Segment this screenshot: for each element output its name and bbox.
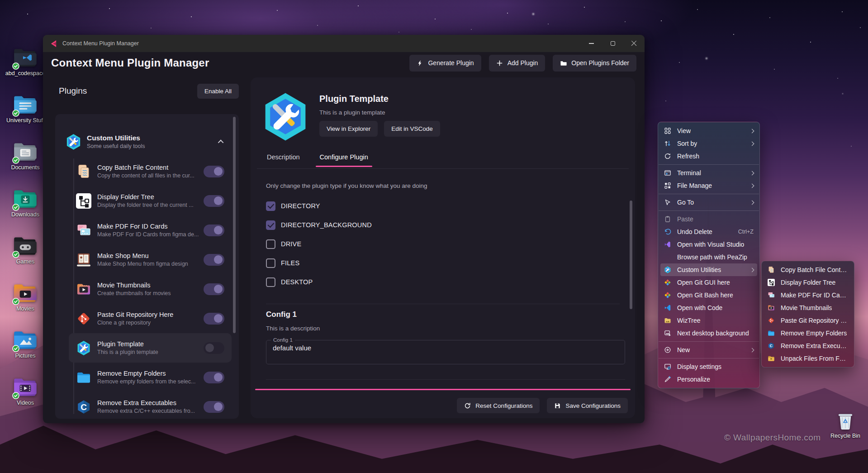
menu-item-open-with-visual-studio[interactable]: Open with Visual Studio (660, 238, 757, 251)
desktop-icon-games[interactable]: Games (3, 235, 48, 282)
menu-item-file-manage[interactable]: File Manage (660, 179, 757, 192)
menu-item-next-desktop-background[interactable]: Next desktop background (660, 327, 757, 339)
plugin-row-text: Display Folder TreeDisplay the folder tr… (97, 193, 194, 208)
menu-item-unpack-files-from-folder[interactable]: Unpack Files From Folder (764, 352, 852, 365)
open-plugins-folder-button[interactable]: Open Plugins Folder (553, 55, 636, 72)
configure-hint: Only change the plugin type if you know … (266, 182, 427, 189)
chevron-right-icon (750, 268, 754, 272)
save-configurations-button[interactable]: Save Configurations (547, 398, 628, 413)
menu-item-display-folder-tree[interactable]: Display Folder Tree (764, 276, 852, 289)
menu-item-browse-path-with-peazip[interactable]: Browse path with PeaZip (660, 251, 757, 263)
menu-item-copy-batch-file-content[interactable]: Copy Batch File Content (764, 263, 852, 276)
plugin-row-copy-batch-file-content[interactable]: Copy Batch File ContentCopy the content … (69, 157, 232, 186)
plugin-row-plugin-template[interactable]: Plugin TemplateThis is a plugin template (69, 333, 232, 363)
desktop-icon-abd-codespace[interactable]: abd_codespace (3, 47, 48, 94)
menu-item-wiztree[interactable]: WizTree (660, 314, 757, 327)
movie-thumbnails-icon (768, 304, 775, 311)
menu-item-open-git-gui-here[interactable]: Open Git GUI here (660, 276, 757, 289)
checked-checkbox[interactable] (266, 220, 275, 230)
menu-item-label: Go To (677, 199, 694, 206)
generate-plugin-button[interactable]: Generate Plugin (409, 55, 481, 72)
folder-games-icon (13, 235, 38, 257)
detail-scrollbar[interactable] (630, 201, 632, 309)
recycle-bin[interactable]: Recycle Bin (830, 411, 860, 439)
plugin-name: Plugin Template (97, 340, 158, 348)
edit-in-vscode-button[interactable]: Edit in VSCode (384, 121, 440, 137)
menu-item-view[interactable]: View (660, 124, 757, 137)
checkbox-row-directory[interactable]: DIRECTORY (266, 200, 372, 212)
menu-item-remove-extra-executables[interactable]: CRemove Extra Executables (764, 339, 852, 352)
synced-check-icon (12, 251, 19, 258)
menu-item-open-git-bash-here[interactable]: Open Git Bash here (660, 289, 757, 301)
menu-item-go-to[interactable]: Go To (660, 196, 757, 209)
plugin-row-text: Copy Batch File ContentCopy the content … (97, 164, 194, 179)
plugin-toggle-remove-empty-folders[interactable] (204, 372, 224, 383)
title-bar[interactable]: Context Menu Plugin Manager (43, 35, 645, 52)
unchecked-checkbox[interactable] (266, 258, 275, 268)
plugin-toggle-movie-thumbnails[interactable] (204, 283, 224, 295)
menu-item-sort-by[interactable]: Sort by (660, 137, 757, 150)
plugin-row-paste-git-repository-here[interactable]: Paste Git Repository HereClone a git rep… (69, 304, 232, 333)
menu-item-movie-thumbnails[interactable]: Movie Thumbnails (764, 301, 852, 314)
plugin-row-make-shop-menu[interactable]: Make Shop MenuMake Shop Menu from figma … (69, 245, 232, 274)
detail-subtitle: This is a plugin template (319, 109, 385, 116)
desktop-icon-documents[interactable]: Documents (3, 141, 48, 188)
plugin-row-movie-thumbnails[interactable]: Movie ThumbnailsCreate thumbnails for mo… (69, 274, 232, 304)
tab-description[interactable]: Description (266, 153, 301, 167)
desktop-icon-downloads[interactable]: Downloads (3, 188, 48, 235)
plugin-row-make-pdf-for-id-cards[interactable]: Make PDF For ID CardsMake PDF For ID Car… (69, 215, 232, 245)
plugin-row-text: Paste Git Repository HereClone a git rep… (97, 311, 173, 326)
maximize-button[interactable] (602, 35, 623, 52)
desktop-icon-movies[interactable]: Movies (3, 282, 48, 330)
config-input[interactable]: Config 1 default value (266, 337, 625, 364)
menu-item-remove-empty-folders[interactable]: Remove Empty Folders (764, 327, 852, 339)
plugin-toggle-plugin-template[interactable] (204, 342, 224, 354)
plugin-toggle-make-shop-menu[interactable] (204, 254, 224, 266)
plugin-row-remove-empty-folders[interactable]: Remove Empty FoldersRemove empty folders… (69, 363, 232, 392)
desktop-icon-pictures[interactable]: Pictures (3, 330, 48, 377)
menu-item-refresh[interactable]: Refresh (660, 150, 757, 162)
plugin-group-custom-utilities[interactable]: Custom Utilities Some useful daily tools (65, 132, 229, 151)
plugin-toggle-copy-batch-file-content[interactable] (204, 166, 224, 177)
plugin-row-text: Remove Extra ExecutablesRemove extra C/C… (97, 399, 195, 414)
view-in-explorer-button[interactable]: View in Explorer (319, 121, 378, 137)
menu-item-personalize[interactable]: Personalize (660, 373, 757, 386)
unchecked-checkbox[interactable] (266, 239, 275, 249)
menu-item-label: Open Git GUI here (677, 279, 730, 286)
menu-item-undo-delete[interactable]: Undo DeleteCtrl+Z (660, 225, 757, 238)
plugin-toggle-display-folder-tree[interactable] (204, 195, 224, 207)
reset-configurations-button[interactable]: Reset Configurations (457, 398, 540, 413)
menu-item-new[interactable]: New (660, 344, 757, 356)
unchecked-checkbox[interactable] (266, 277, 275, 287)
close-button[interactable] (623, 35, 645, 52)
desktop-icon-university-stuff[interactable]: University Stuff (3, 94, 48, 141)
plugin-row-remove-extra-executables[interactable]: CRemove Extra ExecutablesRemove extra C/… (69, 392, 232, 419)
menu-item-custom-utilities[interactable]: Custom Utilities (660, 263, 757, 276)
menu-item-paste-git-repository-here[interactable]: Paste Git Repository Here (764, 314, 852, 327)
menu-item-open-with-code[interactable]: Open with Code (660, 301, 757, 314)
checked-checkbox[interactable] (266, 201, 275, 211)
minimize-button[interactable] (581, 35, 602, 52)
menu-item-terminal[interactable]: Terminal (660, 167, 757, 179)
faint-divider (266, 379, 625, 380)
next-bg-icon (664, 330, 671, 337)
plugin-toggle-remove-extra-executables[interactable] (204, 401, 224, 413)
menu-item-make-pdf-for-id-cards[interactable]: Make PDF For ID Cards (764, 289, 852, 301)
enable-all-button[interactable]: Enable All (197, 84, 239, 99)
app-logo-icon (49, 39, 57, 48)
add-plugin-button[interactable]: Add Plugin (489, 55, 545, 72)
plugin-description: Clone a git repository (97, 320, 173, 326)
tab-configure-plugin[interactable]: Configure Plugin (318, 153, 370, 167)
plugin-list-scrollbar[interactable] (233, 117, 236, 333)
checkbox-row-drive[interactable]: DRIVE (266, 238, 372, 250)
plugin-toggle-make-pdf-for-id-cards[interactable] (204, 225, 224, 236)
checkbox-row-desktop[interactable]: DESKTOP (266, 276, 372, 288)
desktop-icon-videos[interactable]: Videos (3, 377, 48, 424)
plugin-toggle-paste-git-repository-here[interactable] (204, 313, 224, 325)
display-icon (664, 363, 671, 370)
checkbox-row-files[interactable]: FILES (266, 257, 372, 269)
chevron-up-icon[interactable] (218, 139, 224, 145)
checkbox-row-directory-background[interactable]: DIRECTORY_BACKGROUND (266, 219, 372, 231)
menu-item-display-settings[interactable]: Display settings (660, 360, 757, 373)
plugin-row-display-folder-tree[interactable]: Display Folder TreeDisplay the folder tr… (69, 186, 232, 215)
